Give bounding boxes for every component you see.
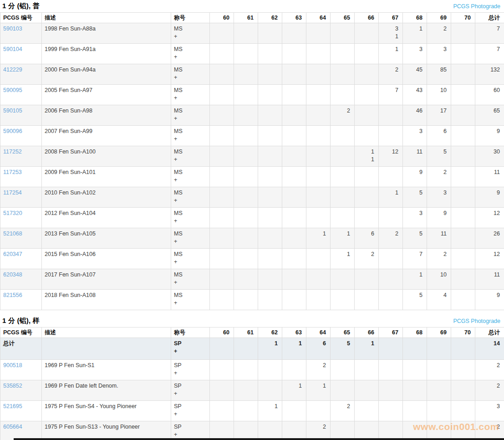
- grade-count-cell: [355, 208, 379, 228]
- grade-count-cell: [234, 167, 258, 187]
- grade-count-cell: [451, 401, 475, 421]
- column-header: 63: [282, 327, 306, 338]
- grade-count-cell: [331, 380, 355, 401]
- grade-count-cell: [331, 187, 355, 208]
- grade-count-cell: [355, 44, 379, 64]
- grade-count-cell: [355, 126, 379, 146]
- section-header: 1 分 (铝), 样 PCGS Photograde: [0, 315, 504, 327]
- grade-count-cell: [258, 208, 282, 228]
- grade-count-cell: [451, 23, 475, 44]
- grade-count-cell: [258, 167, 282, 187]
- row-total-cell: 7: [475, 44, 504, 64]
- pcgs-number-cell: 590103: [0, 23, 42, 44]
- grade-count-cell: 46: [403, 105, 427, 126]
- grade-count-cell: 6: [306, 338, 331, 360]
- pcgs-number-link[interactable]: 590096: [3, 128, 22, 134]
- row-total-cell: 26: [475, 228, 504, 249]
- pcgs-number-link[interactable]: 535852: [3, 383, 22, 389]
- designation-cell: MS+: [171, 249, 210, 269]
- grade-count-cell: [306, 269, 331, 290]
- grade-count-cell: 3: [403, 126, 427, 146]
- pcgs-photograde-link[interactable]: PCGS Photograde: [453, 318, 500, 324]
- pcgs-number-link[interactable]: 117254: [3, 189, 22, 196]
- pcgs-number-link[interactable]: 620348: [3, 271, 22, 278]
- pcgs-number-link[interactable]: 521068: [3, 230, 22, 237]
- grade-count-cell: 2: [379, 64, 403, 85]
- grade-count-cell: [331, 146, 355, 167]
- grade-count-cell: 1: [403, 23, 427, 44]
- grade-count-cell: 1: [306, 380, 331, 401]
- pcgs-number-link[interactable]: 117252: [3, 148, 22, 155]
- description-cell: 1998 Fen Sun-A88a: [42, 23, 171, 44]
- column-header: 62: [258, 13, 282, 23]
- grade-count-cell: 1: [379, 187, 403, 208]
- column-header: 66: [355, 327, 379, 338]
- grade-count-cell: [331, 167, 355, 187]
- table-header-row: PCGS 编号描述称号6061626364656667686970总计: [0, 13, 504, 23]
- pcgs-number-link[interactable]: 590103: [3, 26, 22, 32]
- row-total-cell: 11: [475, 167, 504, 187]
- grade-count-cell: [379, 380, 403, 401]
- grade-count-cell: 1: [331, 249, 355, 269]
- grade-count-cell: [451, 269, 475, 290]
- grade-count-cell: [210, 44, 234, 64]
- grade-count-cell: [427, 360, 451, 380]
- pcgs-number-link[interactable]: 590104: [3, 46, 22, 52]
- grade-count-cell: [306, 208, 331, 228]
- row-total-cell: 2: [475, 421, 504, 440]
- description-cell: 2007 Fen Sun-A99: [42, 126, 171, 146]
- column-header: 63: [282, 13, 306, 23]
- pcgs-photograde-link[interactable]: PCGS Photograde: [453, 3, 500, 10]
- designation-cell: MS+: [171, 64, 210, 85]
- grade-count-cell: [331, 360, 355, 380]
- pcgs-number-link[interactable]: 117253: [3, 169, 22, 175]
- pcgs-number-link[interactable]: 517320: [3, 210, 22, 216]
- pcgs-number-link[interactable]: 821556: [3, 292, 22, 298]
- pcgs-number-link[interactable]: 605664: [3, 424, 22, 430]
- pcgs-number-link[interactable]: 900518: [3, 362, 22, 368]
- section-header: 1 分 (铝), 普 PCGS Photograde: [0, 0, 504, 12]
- description-cell: 1969 P Fen Sun-S1: [42, 360, 171, 380]
- pcgs-number-cell: 620348: [0, 269, 42, 290]
- description-cell: 2015 Fen Sun-A106: [42, 249, 171, 269]
- grade-count-cell: 7: [403, 249, 427, 269]
- grade-count-cell: [258, 187, 282, 208]
- grade-count-cell: [451, 338, 475, 360]
- grade-count-cell: [258, 249, 282, 269]
- grade-count-cell: [379, 269, 403, 290]
- pcgs-number-cell: 521068: [0, 228, 42, 249]
- row-total-cell: 7: [475, 23, 504, 44]
- pcgs-number-link[interactable]: 620347: [3, 251, 22, 257]
- description-cell: 2008 Fen Sun-A100: [42, 146, 171, 167]
- grade-count-cell: [451, 146, 475, 167]
- grade-count-cell: [282, 23, 306, 44]
- grade-count-cell: [258, 126, 282, 146]
- grade-count-cell: [379, 290, 403, 310]
- grade-count-cell: [234, 360, 258, 380]
- designation-cell: SP+: [171, 360, 210, 380]
- grade-count-cell: 5: [403, 290, 427, 310]
- table-row: 5900962007 Fen Sun-A99MS+369: [0, 126, 504, 146]
- pcgs-number-link[interactable]: 590095: [3, 87, 22, 93]
- section-specimen-strikes: 1 分 (铝), 样 PCGS Photograde PCGS 编号描述称号60…: [0, 315, 504, 440]
- pcgs-number-link[interactable]: 590105: [3, 107, 22, 114]
- row-total-cell: 12: [475, 208, 504, 228]
- grade-count-cell: [282, 167, 306, 187]
- pcgs-number-link[interactable]: 521695: [3, 403, 22, 409]
- row-total-cell: 9: [475, 187, 504, 208]
- grade-count-cell: 5: [331, 338, 355, 360]
- pcgs-number-cell: 535852: [0, 380, 42, 401]
- grade-count-cell: 2: [306, 421, 331, 440]
- section-title: 1 分 (铝), 样: [2, 317, 40, 324]
- designation-cell: MS+: [171, 146, 210, 167]
- pcgs-number-link[interactable]: 412229: [3, 67, 22, 73]
- grade-count-cell: 6: [355, 228, 379, 249]
- grade-count-cell: [258, 85, 282, 105]
- grade-count-cell: 10: [427, 85, 451, 105]
- grade-count-cell: 85: [427, 64, 451, 85]
- grade-count-cell: [379, 338, 403, 360]
- totals-row: 总计SP+1165114: [0, 338, 504, 360]
- column-header: 65: [331, 327, 355, 338]
- grade-count-cell: [210, 401, 234, 421]
- grade-count-cell: 9: [403, 167, 427, 187]
